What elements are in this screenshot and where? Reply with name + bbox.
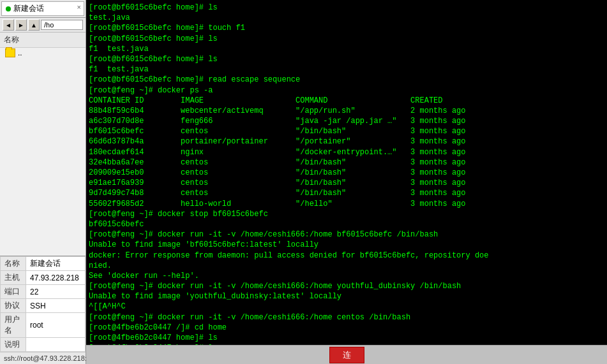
info-value: 新建会话 xyxy=(26,257,86,271)
tree-item-label: .. xyxy=(18,48,22,57)
terminal-line: a6c307d70d8e feng666 "java -jar /app.jar… xyxy=(89,116,604,126)
info-label: 端口 xyxy=(1,285,26,299)
terminal-line: [root@bf6015c6befc home]# ls xyxy=(89,3,604,13)
session-label: 新建会话 xyxy=(13,3,44,14)
terminal-line: 32e4bba6a7ee centos "/bin/bash" 3 months… xyxy=(89,157,604,168)
connect-button[interactable]: 连 xyxy=(329,347,364,363)
session-info-table: 名称新建会话主机47.93.228.218端口22协议SSH用户名root说明 xyxy=(0,256,86,352)
terminal-line: [root@bf6015c6befc home]# ls xyxy=(89,34,604,44)
back-button[interactable]: ◄ xyxy=(3,19,14,31)
sidebar: 新建会话 × ◄ ► ▲ /ho 名称 .. 名称新建会话主机47.93.228… xyxy=(0,0,86,364)
terminal-line: [root@bf6015c6befc home]# read escape se… xyxy=(89,75,604,85)
terminal-line: 180ecdaef614 nginx "/docker-entrypoint.…… xyxy=(89,147,604,157)
terminal-line: Unable to find image 'youthful_dubinsky:… xyxy=(89,291,604,302)
terminal-line: [root@4fbe6b2c0447 home]# ls xyxy=(89,333,604,343)
folder-icon xyxy=(5,48,15,57)
connect-bar: 连 xyxy=(86,345,607,364)
info-row: 端口22 xyxy=(1,285,86,299)
info-row: 名称新建会话 xyxy=(1,257,86,271)
terminal-line: f1 test.java xyxy=(89,44,604,54)
sidebar-top: 新建会话 × xyxy=(0,0,86,18)
info-row: 协议SSH xyxy=(1,299,86,313)
nav-bar: ◄ ► ▲ /ho xyxy=(0,18,86,33)
info-row: 用户名root xyxy=(1,313,86,338)
terminal-line: f1 test.java xyxy=(89,64,604,75)
info-label: 说明 xyxy=(1,338,26,352)
terminal-line: [root@bf6015c6befc home]# touch f1 xyxy=(89,23,604,33)
info-label: 用户名 xyxy=(1,313,26,338)
terminal-line: docker: Error response from daemon: pull… xyxy=(89,251,604,261)
terminal-line: [root@bf6015c6befc home]# ls xyxy=(89,54,604,64)
terminal-line: See 'docker run --help'. xyxy=(89,271,604,281)
terminal-line: [root@feng ~]# docker run -it -v /home/c… xyxy=(89,312,604,323)
sidebar-lower: 名称新建会话主机47.93.228.218端口22协议SSH用户名root说明 … xyxy=(0,256,86,364)
session-tab[interactable]: 新建会话 × xyxy=(1,1,84,16)
info-label: 主机 xyxy=(1,271,26,285)
nav-path[interactable]: /ho xyxy=(41,20,83,30)
terminal-line: [root@feng ~]# docker stop bf6015c6befc xyxy=(89,209,604,219)
info-label: 协议 xyxy=(1,299,26,313)
info-row: 主机47.93.228.218 xyxy=(1,271,86,285)
terminal-line: 209009e15eb0 centos "/bin/bash" 3 months… xyxy=(89,168,604,178)
terminal-line: [root@feng ~]# docker run -it -v /home/c… xyxy=(89,229,604,240)
terminal-line: [root@4fbe6b2c0447 /]# cd home xyxy=(89,323,604,333)
info-value: 22 xyxy=(26,285,86,299)
terminal-line: 66d6d3787b4a portainer/portainer "/porta… xyxy=(89,136,604,147)
info-value: 47.93.228.218 xyxy=(26,271,86,285)
terminal-line: nied. xyxy=(89,261,604,271)
terminal-line: 9d7d499c74b8 centos "/bin/bash" 3 months… xyxy=(89,188,604,198)
terminal-line: [root@feng ~]# docker run -it -v /home/c… xyxy=(89,281,604,291)
info-value xyxy=(26,338,86,352)
terminal-line: bf6015c6befc xyxy=(89,219,604,229)
close-button[interactable]: × xyxy=(77,3,81,11)
forward-button[interactable]: ► xyxy=(15,19,27,31)
tree-item-parent[interactable]: .. xyxy=(0,48,86,58)
terminal-line: test.java xyxy=(89,13,604,23)
status-dot xyxy=(6,6,11,11)
tree-header: 名称 xyxy=(0,33,86,48)
terminal-line: bf6015c6befc centos "/bin/bash" 3 months… xyxy=(89,126,604,136)
info-value: root xyxy=(26,313,86,338)
info-value: SSH xyxy=(26,299,86,313)
status-bar: ssh://root@47.93.228.218:22 xyxy=(0,352,86,364)
info-row: 说明 xyxy=(1,338,86,352)
terminal-line: CONTAINER ID IMAGE COMMAND CREATED xyxy=(89,96,604,106)
up-button[interactable]: ▲ xyxy=(28,19,40,31)
info-label: 名称 xyxy=(1,257,26,271)
terminal-line: 55602f9685d2 hello-world "/hello" 3 mont… xyxy=(89,199,604,209)
terminal[interactable]: [root@bf6015c6befc home]# lstest.java[ro… xyxy=(86,0,607,345)
terminal-line: [root@feng ~]# docker ps -a xyxy=(89,85,604,96)
terminal-line: ^[[A^H^C xyxy=(89,302,604,312)
main-area: [root@bf6015c6befc home]# lstest.java[ro… xyxy=(86,0,607,364)
sidebar-body: 名称 .. xyxy=(0,33,86,256)
terminal-line: 88b48f59c6b4 webcenter/activemq "/app/ru… xyxy=(89,106,604,116)
terminal-line: e91ae176a939 centos "/bin/bash" 3 months… xyxy=(89,178,604,188)
terminal-line: Unable to find image 'bf6015c6befc:lates… xyxy=(89,240,604,250)
